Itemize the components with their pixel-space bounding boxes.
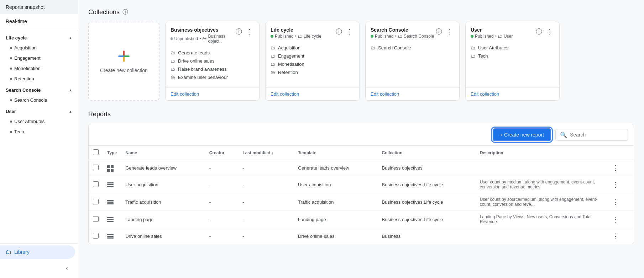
sidebar-item-engagement[interactable]: Engagement (0, 53, 78, 63)
row-more-options-button[interactable]: ⋮ (610, 164, 622, 172)
col-header-last-modified[interactable]: Last modified ↓ (238, 146, 294, 160)
sidebar-item-retention[interactable]: Retention (0, 74, 78, 84)
folder-icon: 🗁 (271, 53, 275, 59)
search-box: 🔍 (555, 129, 628, 141)
row-collection-cell: Business objectives,Life cycle (378, 176, 476, 193)
card-info-icon[interactable]: ⓘ (334, 27, 344, 36)
row-description-cell: Landing Page by Views, New users, Conver… (476, 211, 606, 228)
card-more-options-icon[interactable]: ⋮ (345, 27, 354, 36)
card-info-icon[interactable]: ⓘ (534, 27, 544, 36)
create-collection-card[interactable]: Create new collection (88, 22, 159, 101)
col-header-collection: Collection (378, 146, 476, 160)
row-type-cell (103, 176, 121, 193)
row-checkbox-cell (89, 193, 103, 211)
sidebar-item-monetisation[interactable]: Monetisation (0, 63, 78, 74)
card-item: 🗁Examine user behaviour (171, 73, 254, 81)
published-dot-icon (471, 35, 473, 38)
table-row: Traffic acquisition - - Traffic acquisit… (89, 193, 634, 211)
row-template-cell: Generate leads overview (294, 160, 378, 176)
edit-collection-link[interactable]: Edit collection (371, 91, 399, 97)
row-modified-cell: - (238, 193, 294, 211)
search-icon: 🔍 (560, 132, 567, 138)
sidebar-item-acquisition[interactable]: Acquisition (0, 43, 78, 53)
row-checkbox-cell (89, 211, 103, 228)
published-dot-icon (371, 35, 373, 38)
info-icon[interactable]: ⓘ (122, 9, 128, 16)
col-header-description: Description (476, 146, 606, 160)
row-creator-cell: - (205, 228, 239, 244)
row-checkbox[interactable] (93, 199, 99, 204)
sidebar-item-search-console[interactable]: Search Console (0, 95, 78, 105)
library-folder-icon: 🗂 (6, 249, 11, 255)
row-actions-cell: ⋮ (606, 211, 634, 228)
card-items: 🗁Search Console (366, 41, 459, 65)
card-more-options-icon[interactable]: ⋮ (445, 27, 454, 36)
row-more-options-button[interactable]: ⋮ (610, 198, 622, 206)
sidebar-section-search-console[interactable]: Search Console ▲ (0, 84, 78, 95)
edit-collection-link[interactable]: Edit collection (271, 91, 299, 97)
row-modified-cell: - (238, 211, 294, 228)
sidebar-item-user-attributes[interactable]: User Attributes (0, 116, 78, 127)
row-more-options-button[interactable]: ⋮ (610, 215, 622, 224)
row-checkbox[interactable] (93, 165, 99, 170)
search-input[interactable] (570, 132, 623, 138)
dot-icon (10, 131, 12, 133)
create-collection-label: Create new collection (100, 68, 148, 73)
sidebar-item-real-time[interactable]: Real-time (0, 14, 78, 28)
row-modified-cell: - (238, 228, 294, 244)
sidebar-item-library[interactable]: 🗂 Library (0, 245, 75, 259)
sidebar-section-user[interactable]: User ▲ (0, 105, 78, 116)
card-item: 🗁Tech (471, 52, 554, 60)
collections-title: Collections (88, 9, 120, 16)
create-report-button[interactable]: + Create new report (493, 128, 551, 141)
folder-icon: 🗁 (171, 50, 175, 55)
sidebar-item-tech[interactable]: Tech (0, 127, 78, 137)
sidebar-item-reports-snapshot[interactable]: Reports snapshot (0, 0, 78, 14)
reports-toolbar: + Create new report 🔍 (89, 124, 634, 146)
card-header: Search Console Published • 🗁 Search Cons… (366, 22, 459, 41)
dot-icon (10, 57, 12, 59)
sidebar-section-life-cycle[interactable]: Life cycle ▲ (0, 32, 78, 43)
collections-row: Create new collection Business objective… (88, 22, 634, 101)
card-info-icon[interactable]: ⓘ (434, 27, 444, 36)
select-all-checkbox[interactable] (93, 149, 99, 155)
edit-collection-link[interactable]: Edit collection (471, 91, 499, 97)
folder-icon: 🗁 (398, 34, 402, 39)
folder-icon: 🗁 (171, 66, 175, 72)
folder-icon: 🗁 (271, 45, 275, 50)
table-report-icon (107, 234, 114, 239)
select-all-header (89, 146, 103, 160)
dot-icon (10, 68, 12, 70)
card-item: 🗁Engagement (271, 52, 354, 60)
dot-icon (10, 47, 12, 49)
row-creator-cell: - (205, 160, 239, 176)
col-header-creator: Creator (205, 146, 239, 160)
row-actions-cell: ⋮ (606, 160, 634, 176)
reports-table-container: + Create new report 🔍 Type Name Creator … (88, 124, 634, 244)
card-more-options-icon[interactable]: ⋮ (245, 27, 254, 36)
row-name-cell: Traffic acquisition (121, 193, 205, 211)
row-more-options-button[interactable]: ⋮ (610, 232, 622, 240)
card-more-options-icon[interactable]: ⋮ (545, 27, 554, 36)
row-checkbox[interactable] (93, 216, 99, 222)
folder-icon: 🗁 (371, 45, 375, 50)
card-title: User (471, 27, 513, 33)
card-status: Published • 🗁 Life cycle (271, 34, 321, 39)
folder-icon: 🗁 (271, 62, 275, 67)
chevron-up-icon: ▲ (69, 36, 72, 40)
row-more-options-button[interactable]: ⋮ (610, 180, 622, 189)
row-creator-cell: - (205, 211, 239, 228)
edit-collection-link[interactable]: Edit collection (171, 91, 199, 97)
row-checkbox[interactable] (93, 233, 99, 239)
collection-card-search-console: Search Console Published • 🗁 Search Cons… (365, 22, 460, 101)
collapse-sidebar-button[interactable]: ‹ (62, 263, 72, 274)
row-description-cell: User count by medium, along with engagem… (476, 176, 606, 193)
table-report-icon (107, 182, 114, 187)
folder-icon: 🗁 (171, 58, 175, 64)
card-items: 🗁Generate leads 🗁Drive online sales 🗁Rai… (166, 46, 259, 84)
row-description-cell: User count by source/medium, along with … (476, 193, 606, 211)
row-collection-cell: Business (378, 228, 476, 244)
card-info-icon[interactable]: ⓘ (234, 27, 244, 36)
row-checkbox[interactable] (93, 181, 99, 187)
folder-icon: 🗁 (171, 75, 175, 80)
